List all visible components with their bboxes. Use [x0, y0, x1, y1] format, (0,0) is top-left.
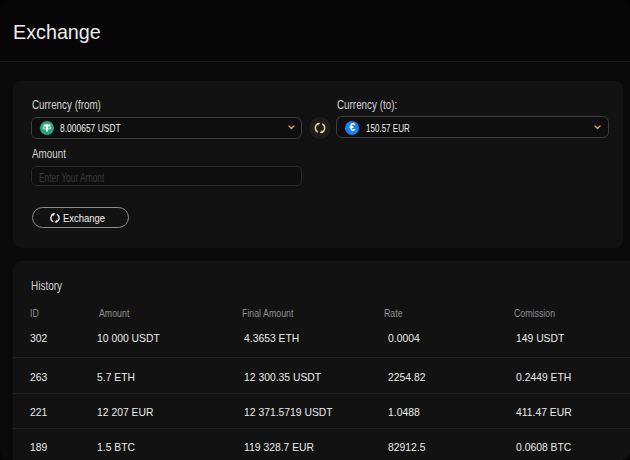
svg-text:€: €: [349, 122, 355, 133]
